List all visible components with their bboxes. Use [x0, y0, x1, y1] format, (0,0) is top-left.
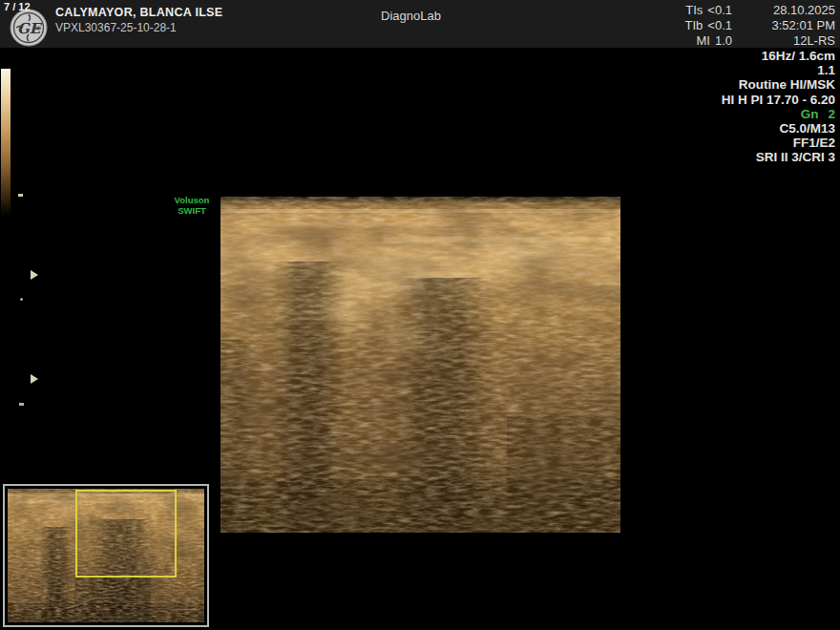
ultrasound-app-screen: 7 / 12 GE CALYMAYOR, BLANCA ILSE VPXL303…: [0, 0, 840, 630]
session-info: 28.10.2025 3:52:01 PM 12L-RS: [772, 3, 836, 49]
exposure-indices: TIs<0.1 TIb<0.1 MI1.0: [685, 3, 732, 49]
ultrasound-image[interactable]: [220, 197, 620, 533]
focus-arrow-icon[interactable]: [31, 270, 38, 280]
exam-time: 3:52:01 PM: [772, 18, 836, 33]
header-bar: 7 / 12 GE CALYMAYOR, BLANCA ILSE VPXL303…: [0, 0, 840, 48]
param-line2: 1.1: [722, 63, 835, 77]
overview-thumbnail[interactable]: [3, 484, 209, 627]
tib-value: <0.1: [707, 18, 732, 33]
focus-arrow-icon[interactable]: [31, 374, 38, 384]
mi-value: 1.0: [715, 33, 732, 49]
depth-dot-marker: [20, 298, 23, 301]
product-line2: SWIFT: [160, 206, 223, 216]
depth-dash-marker: [18, 194, 23, 197]
ge-logo-icon: GE: [10, 9, 48, 47]
patient-block: CALYMAYOR, BLANCA ILSE VPXL30367-25-10-2…: [55, 5, 222, 35]
param-frequency: HI H PI 17.70 - 6.20: [722, 93, 835, 107]
mi-label: MI: [696, 33, 709, 49]
param-gain: Gn2: [722, 107, 835, 121]
tis-value: <0.1: [707, 3, 732, 18]
product-line1: Voluson: [160, 196, 223, 205]
param-filter: FF1/E2: [722, 136, 835, 150]
gain-value: 2: [828, 107, 835, 121]
param-map: C5.0/M13: [722, 121, 835, 136]
patient-name: CALYMAYOR, BLANCA ILSE: [55, 5, 222, 20]
gain-label: Gn: [801, 107, 819, 121]
param-preset: Routine HI/MSK: [722, 77, 835, 92]
frame-counter: 7 / 12: [4, 1, 31, 12]
param-sri-cri: SRI II 3/CRI 3: [722, 150, 835, 164]
tib-label: TIb: [685, 18, 704, 33]
depth-dash-marker: [19, 403, 24, 406]
product-label: Voluson SWIFT: [160, 196, 223, 216]
probe-name: 12L-RS: [772, 33, 836, 49]
facility-name: DiagnoLab: [381, 9, 441, 23]
param-framerate-depth: 16Hz/ 1.6cm: [722, 49, 835, 63]
roi-box[interactable]: [75, 490, 177, 578]
grayscale-map-bar: [1, 69, 10, 218]
imaging-parameters: 16Hz/ 1.6cm 1.1 Routine HI/MSK HI H PI 1…: [722, 49, 835, 165]
tis-label: TIs: [685, 3, 703, 18]
exam-date: 28.10.2025: [772, 3, 836, 18]
exam-id: VPXL30367-25-10-28-1: [55, 20, 222, 35]
